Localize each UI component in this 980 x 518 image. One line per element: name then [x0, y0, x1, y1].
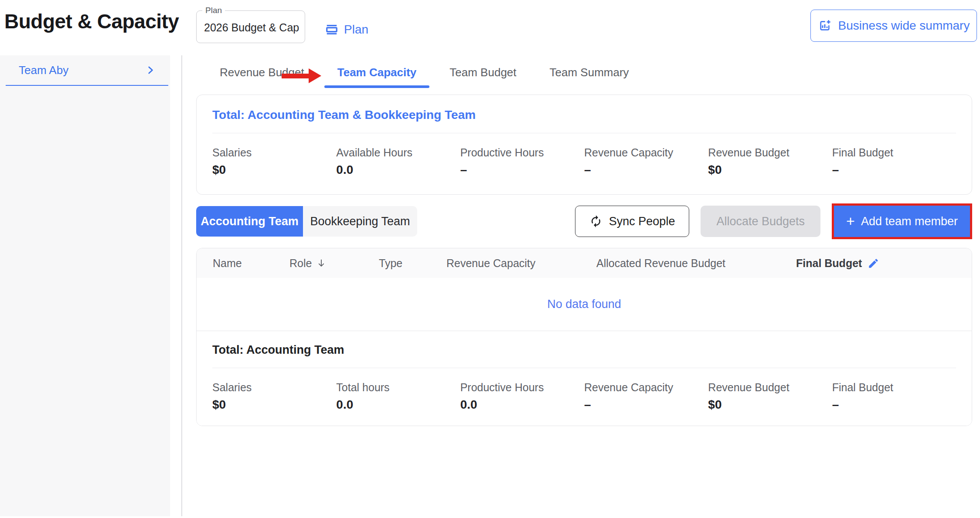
stat-revenue-budget: Revenue Budget $0 [708, 146, 832, 177]
empty-state: No data found [197, 278, 972, 331]
sync-people-button[interactable]: Sync People [575, 206, 690, 237]
stat-label: Revenue Capacity [584, 381, 708, 394]
tab-team-budget[interactable]: Team Budget [449, 55, 516, 89]
totals-title: Total: Accounting Team [212, 343, 956, 357]
plan-icon [325, 23, 338, 36]
stat-salaries: Salaries $0 [212, 381, 336, 412]
main-content: Revenue Budget Team Capacity Team Budget… [196, 55, 972, 426]
sidebar-item-team-aby[interactable]: Team Aby [6, 55, 168, 86]
budget-capacity-page: Budget & Capacity Plan 2026 Budget & Cap… [0, 0, 980, 518]
plan-select-value: 2026 Budget & Capa… [204, 21, 299, 34]
col-role[interactable]: Role [289, 257, 379, 270]
stat-label: Available Hours [336, 146, 460, 159]
stat-value: $0 [212, 163, 336, 177]
stat-label: Salaries [212, 381, 336, 394]
team-toggle: Accounting Team Bookkeeping Team [196, 206, 417, 237]
col-final-budget-label: Final Budget [796, 257, 862, 270]
chevron-right-icon [145, 64, 156, 76]
stat-label: Final Budget [832, 381, 956, 394]
stat-label: Revenue Capacity [584, 146, 708, 159]
stat-value: – [832, 163, 956, 177]
tab-bar: Revenue Budget Team Capacity Team Budget… [196, 55, 972, 89]
edit-pencil-icon[interactable] [868, 257, 879, 269]
tab-team-capacity[interactable]: Team Capacity [337, 55, 417, 89]
annotation-arrow-head [309, 68, 321, 83]
sort-desc-icon [316, 258, 327, 268]
plan-link-label: Plan [344, 23, 368, 37]
col-allocated-revenue-budget: Allocated Revenue Budget [596, 257, 796, 270]
stat-productive-hours: Productive Hours 0.0 [460, 381, 584, 412]
summary-card-divider [212, 133, 956, 133]
stat-value: 0.0 [336, 398, 460, 412]
plan-select-label: Plan [202, 6, 225, 15]
stat-revenue-capacity: Revenue Capacity – [584, 381, 708, 412]
summary-card-title: Total: Accounting Team & Bookkeeping Tea… [212, 108, 956, 122]
col-type: Type [379, 257, 446, 270]
col-revenue-capacity: Revenue Capacity [446, 257, 596, 270]
add-chart-icon [818, 19, 832, 33]
stat-available-hours: Available Hours 0.0 [336, 146, 460, 177]
sync-people-label: Sync People [609, 215, 675, 228]
stat-value: – [832, 398, 956, 412]
stat-revenue-capacity: Revenue Capacity – [584, 146, 708, 177]
summary-card: Total: Accounting Team & Bookkeeping Tea… [196, 95, 972, 195]
stat-label: Productive Hours [460, 381, 584, 394]
table-header: Name Role Type Revenue Capacity Allocate… [197, 248, 972, 278]
stat-label: Revenue Budget [708, 146, 832, 159]
totals-stats: Salaries $0 Total hours 0.0 Productive H… [212, 381, 956, 412]
plan-select[interactable]: Plan 2026 Budget & Capa… [196, 10, 305, 43]
tab-team-summary[interactable]: Team Summary [550, 55, 629, 89]
col-final-budget[interactable]: Final Budget [796, 257, 972, 270]
tab-revenue-budget[interactable]: Revenue Budget [220, 55, 304, 89]
stat-value: – [584, 398, 708, 412]
stat-value: 0.0 [460, 398, 584, 412]
sidebar-divider [181, 55, 182, 516]
plan-link[interactable]: Plan [325, 23, 368, 37]
summary-stats: Salaries $0 Available Hours 0.0 Producti… [212, 146, 956, 177]
totals-section: Total: Accounting Team Salaries $0 Total… [197, 331, 972, 426]
stat-label: Salaries [212, 146, 336, 159]
col-role-label: Role [289, 257, 312, 270]
add-team-member-label: Add team member [861, 215, 958, 228]
members-table: Name Role Type Revenue Capacity Allocate… [196, 248, 972, 426]
allocate-budgets-button[interactable]: Allocate Budgets [701, 206, 820, 237]
add-team-member-button[interactable]: + Add team member [834, 206, 970, 237]
totals-divider [212, 368, 956, 368]
stat-value: $0 [708, 398, 832, 412]
empty-state-text: No data found [547, 298, 621, 311]
sync-icon [589, 215, 602, 228]
stat-label: Revenue Budget [708, 381, 832, 394]
plus-icon: + [846, 213, 855, 228]
business-wide-summary-button[interactable]: Business wide summary [810, 10, 977, 42]
stat-label: Total hours [336, 381, 460, 394]
toolbar-buttons: Sync People Allocate Budgets + Add team … [575, 203, 972, 239]
stat-value: $0 [212, 398, 336, 412]
allocate-budgets-label: Allocate Budgets [716, 215, 805, 228]
stat-value: 0.0 [336, 163, 460, 177]
stat-final-budget: Final Budget – [832, 146, 956, 177]
stat-label: Productive Hours [460, 146, 584, 159]
col-name: Name [213, 257, 289, 270]
annotation-highlight-box: + Add team member [832, 203, 972, 239]
page-title: Budget & Capacity [4, 10, 179, 33]
sidebar: Team Aby [0, 55, 170, 516]
team-toolbar: Accounting Team Bookkeeping Team Sync Pe… [196, 203, 972, 240]
stat-salaries: Salaries $0 [212, 146, 336, 177]
stat-label: Final Budget [832, 146, 956, 159]
stat-final-budget: Final Budget – [832, 381, 956, 412]
stat-productive-hours: Productive Hours – [460, 146, 584, 177]
stat-total-hours: Total hours 0.0 [336, 381, 460, 412]
sidebar-item-label: Team Aby [19, 64, 68, 77]
stat-value: – [460, 163, 584, 177]
stat-value: $0 [708, 163, 832, 177]
toggle-bookkeeping-team[interactable]: Bookkeeping Team [303, 206, 417, 237]
toggle-accounting-team[interactable]: Accounting Team [196, 206, 303, 237]
stat-revenue-budget: Revenue Budget $0 [708, 381, 832, 412]
business-wide-summary-label: Business wide summary [838, 19, 970, 33]
stat-value: – [584, 163, 708, 177]
